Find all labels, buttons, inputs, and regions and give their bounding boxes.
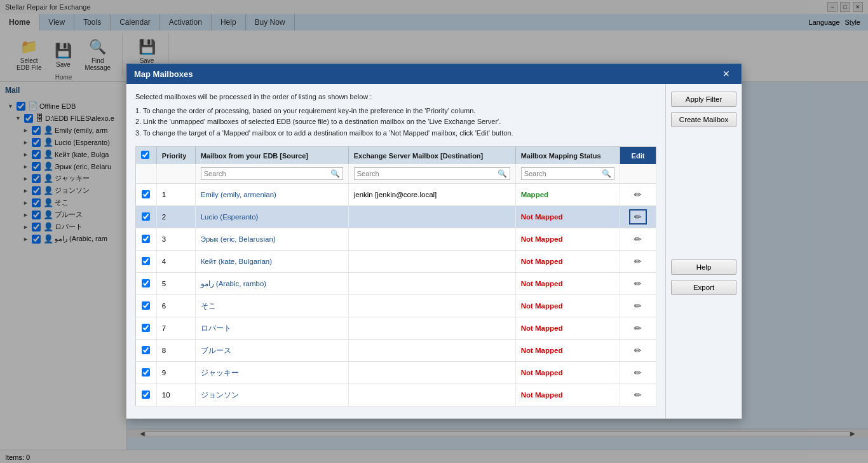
row-checkbox-cell [136,317,157,340]
row-edit-cell: ✏ [620,384,656,406]
search-status-wrap: 🔍 [521,167,614,180]
create-mailbox-button[interactable]: Create Mailbox [671,112,736,127]
row-checkbox-2[interactable] [142,235,150,243]
row-source: Emily (emily, armenian) [195,184,348,206]
table-row: 8 ブルース Not Mapped ✏ [136,340,656,362]
row-checkbox-8[interactable] [142,368,150,377]
search-priority-cell [156,164,195,184]
table-row: 3 Эрык (eric, Belarusian) Not Mapped ✏ [136,228,656,251]
row-status: Not Mapped [515,340,620,362]
row-edit-cell: ✏ [620,340,656,362]
modal-title-bar: Map Mailboxes ✕ [126,64,742,84]
row-source: ジャッキー [195,362,348,384]
row-edit-button[interactable]: ✏ [629,343,647,358]
table-row: 7 ロバート Not Mapped ✏ [136,317,656,340]
modal-overlay: Map Mailboxes ✕ Selected mailboxes will … [0,0,868,463]
row-edit-button[interactable]: ✏ [629,298,647,314]
row-checkbox-cell [136,206,157,228]
modal-main: Selected mailboxes will be processed in … [126,84,665,418]
row-status: Not Mapped [515,317,620,340]
row-priority: 10 [156,384,195,406]
row-source: ジョンソン [195,384,348,406]
row-edit-button[interactable]: ✏ [629,387,647,403]
row-checkbox-cell [136,384,157,406]
table-row: 1 Emily (emily, armenian) jenkin [jenkin… [136,184,656,206]
row-priority: 6 [156,295,195,317]
th-checkbox [136,147,157,165]
row-checkbox-3[interactable] [142,257,150,265]
modal-info-line1: 1. To change the order of processing, ba… [135,106,656,117]
row-checkbox-cell [136,295,157,317]
row-checkbox-cell [136,362,157,384]
search-source-input[interactable] [204,170,330,177]
row-destination: jenkin [jenkin@core.local] [348,184,515,206]
modal-sidebar: Apply Filter Create Mailbox Help Export [665,84,742,418]
row-source: رامو (Arabic, rambo) [195,273,348,295]
row-destination [348,340,515,362]
th-edit: Edit [620,147,656,165]
row-checkbox-4[interactable] [142,279,150,287]
row-status: Not Mapped [515,273,620,295]
row-destination [348,295,515,317]
row-destination [348,384,515,406]
row-checkbox-cell [136,228,157,251]
row-edit-button[interactable]: ✏ [629,187,647,202]
row-edit-button[interactable]: ✏ [629,276,647,291]
row-edit-cell: ✏ [620,206,656,228]
table-body: 1 Emily (emily, armenian) jenkin [jenkin… [136,184,656,406]
search-destination-wrap: 🔍 [354,167,510,180]
row-destination [348,273,515,295]
modal-info: Selected mailboxes will be processed in … [135,92,656,139]
search-status-cell: 🔍 [515,164,620,184]
row-edit-button[interactable]: ✏ [629,232,647,247]
row-edit-button[interactable]: ✏ [629,321,647,336]
row-status: Not Mapped [515,228,620,251]
search-dest-icon: 🔍 [498,169,507,178]
row-priority: 4 [156,251,195,273]
search-source-wrap: 🔍 [201,167,343,180]
row-status: Not Mapped [515,362,620,384]
row-checkbox-6[interactable] [142,324,150,332]
row-edit-button[interactable]: ✏ [629,209,647,225]
table-row: 5 رامو (Arabic, rambo) Not Mapped ✏ [136,273,656,295]
table-row: 10 ジョンソン Not Mapped ✏ [136,384,656,406]
modal-sidebar-bottom: Help Export [671,259,736,295]
export-button[interactable]: Export [671,280,736,295]
modal-body: Selected mailboxes will be processed in … [126,84,742,418]
row-edit-cell: ✏ [620,317,656,340]
search-destination-cell: 🔍 [348,164,515,184]
row-checkbox-7[interactable] [142,346,150,354]
search-status-input[interactable] [524,170,602,177]
row-source: ロバート [195,317,348,340]
row-status: Not Mapped [515,384,620,406]
row-source: ブルース [195,340,348,362]
row-source: Эрык (eric, Belarusian) [195,228,348,251]
row-checkbox-5[interactable] [142,301,150,310]
row-status: Not Mapped [515,251,620,273]
row-checkbox-1[interactable] [142,212,150,221]
search-destination-input[interactable] [357,170,498,177]
row-checkbox-0[interactable] [142,190,150,198]
modal-info-line0: Selected mailboxes will be processed in … [135,92,656,103]
row-checkbox-cell [136,273,157,295]
row-priority: 1 [156,184,195,206]
row-priority: 3 [156,228,195,251]
row-checkbox-cell [136,184,157,206]
row-status: Not Mapped [515,295,620,317]
row-edit-button[interactable]: ✏ [629,365,647,380]
row-source: Lucio (Esperanto) [195,206,348,228]
row-checkbox-cell [136,251,157,273]
search-status-icon: 🔍 [602,169,611,178]
modal-title: Map Mailboxes [134,69,193,79]
row-source: Кейт (kate, Bulgarian) [195,251,348,273]
row-edit-button[interactable]: ✏ [629,254,647,269]
row-checkbox-9[interactable] [142,390,150,399]
table-row: 9 ジャッキー Not Mapped ✏ [136,362,656,384]
table-row: 6 そこ Not Mapped ✏ [136,295,656,317]
modal-close-button[interactable]: ✕ [719,67,734,80]
select-all-checkbox[interactable] [141,151,149,159]
row-checkbox-cell [136,340,157,362]
row-edit-cell: ✏ [620,273,656,295]
help-button[interactable]: Help [671,259,736,275]
apply-filter-button[interactable]: Apply Filter [671,92,736,107]
